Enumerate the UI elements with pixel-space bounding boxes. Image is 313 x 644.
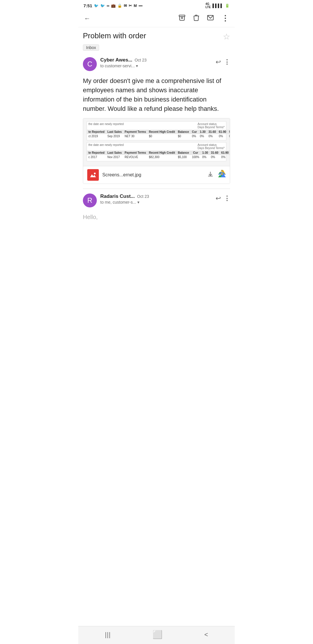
svg-marker-3 xyxy=(90,174,96,177)
star-button[interactable]: ☆ xyxy=(223,31,230,41)
more-sender2-options-button[interactable]: ⋮ xyxy=(224,195,230,202)
table2-note: the date are newly reported xyxy=(88,143,124,150)
table1-account-status: Account status Days Beyond Terms* xyxy=(198,122,225,129)
email-subject-area: Problem with order ☆ Inbox xyxy=(78,27,235,54)
sender2-date: Oct 23 xyxy=(137,194,149,199)
signal-icon: ▌▌▌▌ xyxy=(212,3,223,8)
archive-button[interactable] xyxy=(177,13,187,24)
svg-rect-0 xyxy=(179,15,185,17)
col-header: 90+ xyxy=(228,130,230,134)
email-toolbar: ← ⋮ xyxy=(78,10,235,27)
expand-recipients2-icon[interactable]: ▾ xyxy=(137,200,139,205)
facebook-icon2: 🐦 xyxy=(100,3,105,8)
table2-account-status: Account status Days Beyond Terms* xyxy=(198,143,225,150)
more-icon: ••• xyxy=(139,3,143,8)
table-row: ct 2019Sep 2019NET 30$0$00%0%0%0%0% xyxy=(87,134,230,138)
scissors-icon: ✂ xyxy=(129,3,132,8)
attachment-filename: Screens...ernet.jpg xyxy=(102,172,204,178)
inbox-badge[interactable]: Inbox xyxy=(83,44,99,51)
sender2-to-text: to me, customer-s... xyxy=(100,200,136,205)
status-bar: 7:51 🐦 🐦 ∞ 💼 🔒 ✉ ✂ M ••• 4GLTE ▌▌▌▌ 🔋 xyxy=(78,0,235,10)
sender-date: Oct 23 xyxy=(135,58,147,62)
more-options-button[interactable]: ⋮ xyxy=(220,13,230,24)
lock-icon: 🔒 xyxy=(117,3,122,8)
drive-button[interactable] xyxy=(218,169,226,180)
table1-note: the date are newly reported xyxy=(88,122,124,129)
sender-row-1: C Cyber Awes... Oct 23 to customer-servi… xyxy=(78,54,235,74)
attachment-container: the date are newly reported Account stat… xyxy=(83,118,230,184)
delete-button[interactable] xyxy=(192,13,201,24)
sender-actions: ↩ ⋮ xyxy=(216,57,230,66)
table-row: c 2017Nov 2017REVOLVE$82,300$5,100100%0%… xyxy=(87,155,230,159)
facebook-icon: 🐦 xyxy=(94,3,99,8)
col-header: Recent High Credit xyxy=(148,130,176,134)
sender2-avatar: R xyxy=(83,193,97,207)
expand-recipients-icon[interactable]: ▾ xyxy=(136,64,138,68)
col-header: te Reported xyxy=(87,130,106,134)
briefcase-icon: 💼 xyxy=(111,3,116,8)
sender-name: Cyber Awes... xyxy=(100,57,132,63)
col-header: Last Sales xyxy=(106,130,123,134)
monero-icon: M xyxy=(134,3,137,8)
mark-mail-button[interactable] xyxy=(206,14,215,23)
attachment-table-2: te Reported Last Sales Payment Terms Rec… xyxy=(87,151,230,159)
attachment-preview: the date are newly reported Account stat… xyxy=(83,118,230,166)
attachment-table-1: te Reported Last Sales Payment Terms Rec… xyxy=(87,130,230,138)
email-body: My order doesn't give me a comprehensive… xyxy=(78,74,235,118)
sender-row-2: R Radaris Cust... Oct 23 to me, customer… xyxy=(78,189,235,210)
sender2-actions: ↩ ⋮ xyxy=(216,193,230,202)
lte-icon: 4GLTE xyxy=(205,2,211,9)
reply2-button[interactable]: ↩ xyxy=(216,195,221,202)
download-attachment-button[interactable] xyxy=(207,171,214,179)
attachment-thumbnail xyxy=(87,169,99,181)
email-subject: Problem with order xyxy=(83,31,146,40)
table-section-1: the date are newly reported Account stat… xyxy=(87,121,226,140)
attachment-footer: Screens...ernet.jpg xyxy=(83,166,230,184)
reply-button[interactable]: ↩ xyxy=(216,58,221,66)
col-header: 31-60 xyxy=(207,130,217,134)
mail-icon2: ✉ xyxy=(124,3,127,8)
col-header: Payment Terms xyxy=(123,130,148,134)
sender2-info: Radaris Cust... Oct 23 to me, customer-s… xyxy=(100,193,212,205)
col-header: Cur xyxy=(190,130,198,134)
col-header: 61-90 xyxy=(217,130,228,134)
voicemail-icon: ∞ xyxy=(107,3,109,8)
sender-info: Cyber Awes... Oct 23 to customer-servi..… xyxy=(100,57,212,68)
battery-icon: 🔋 xyxy=(225,3,230,8)
attachment-actions xyxy=(207,169,226,180)
sender2-name: Radaris Cust... xyxy=(100,193,135,199)
sender-to-text: to customer-servi... xyxy=(100,64,135,68)
time: 7:51 xyxy=(83,3,92,8)
more-sender-options-button[interactable]: ⋮ xyxy=(224,58,230,66)
svg-point-4 xyxy=(94,173,96,174)
col-header: 1-30 xyxy=(198,130,207,134)
col-header: Balance xyxy=(176,130,190,134)
table-section-2: the date are newly reported Account stat… xyxy=(87,142,226,161)
email2-body-preview: Hello, xyxy=(78,210,235,244)
back-button[interactable]: ← xyxy=(83,14,92,23)
sender-avatar: C xyxy=(83,57,97,71)
